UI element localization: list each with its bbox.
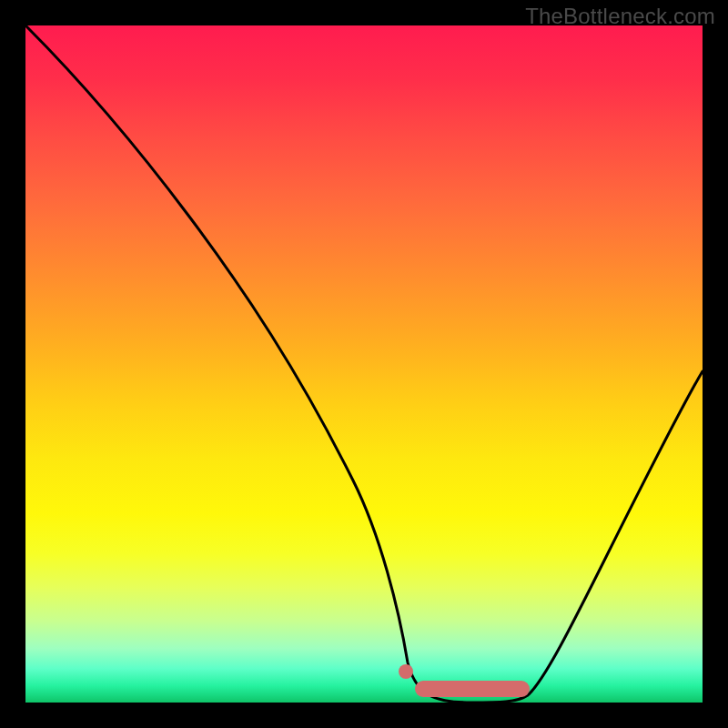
bottleneck-curve [25, 25, 703, 703]
chart-frame: TheBottleneck.com [0, 0, 728, 728]
optimal-start-dot-icon [399, 664, 413, 679]
optimal-range-bar-icon [415, 681, 530, 697]
curve-layer [25, 25, 703, 703]
plot-area [25, 25, 703, 703]
